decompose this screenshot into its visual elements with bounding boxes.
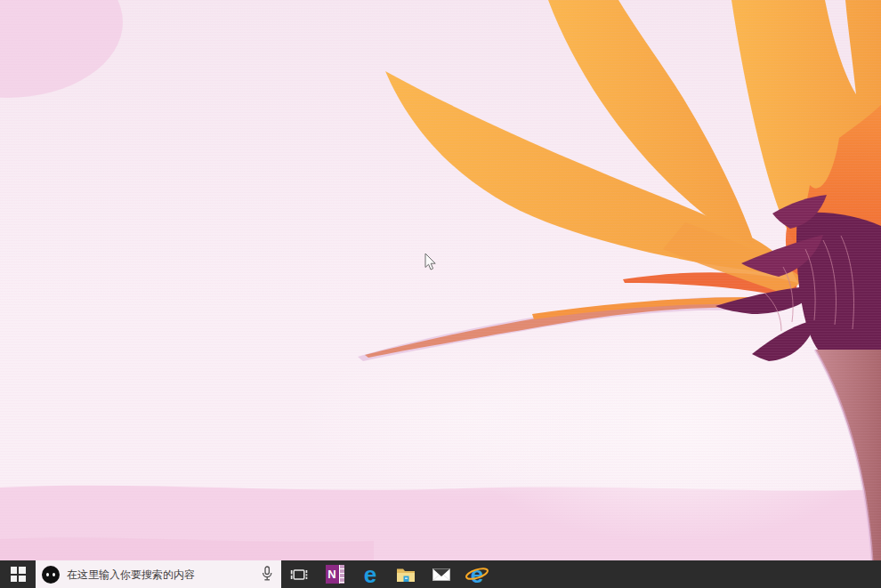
taskbar-button-mail[interactable]: [424, 560, 459, 588]
search-input[interactable]: [67, 568, 254, 581]
mail-icon: [432, 568, 450, 582]
edge-icon: e: [364, 565, 376, 584]
taskbar-button-onenote[interactable]: N: [317, 560, 352, 588]
onenote-icon: N: [326, 565, 344, 584]
file-explorer-icon: [396, 567, 416, 583]
taskbar-button-file-explorer[interactable]: [388, 560, 424, 588]
onenote-letter: N: [326, 565, 339, 584]
microphone-icon[interactable]: [261, 566, 273, 583]
start-button[interactable]: [0, 560, 36, 588]
windows-logo-icon: [11, 567, 26, 582]
ie-orbit-ring: [465, 563, 489, 586]
desktop[interactable]: [0, 0, 881, 560]
taskbar-search-box[interactable]: [36, 560, 281, 588]
taskbar: N e e: [0, 560, 881, 588]
mouse-cursor: [424, 253, 437, 271]
task-view-icon: [289, 565, 309, 584]
cortana-icon: [42, 566, 60, 584]
taskbar-button-internet-explorer[interactable]: e: [459, 560, 495, 588]
internet-explorer-icon: e: [465, 563, 489, 586]
wallpaper-flower-image: [0, 0, 881, 560]
taskbar-button-task-view[interactable]: [281, 560, 317, 588]
taskbar-button-edge[interactable]: e: [352, 560, 388, 588]
